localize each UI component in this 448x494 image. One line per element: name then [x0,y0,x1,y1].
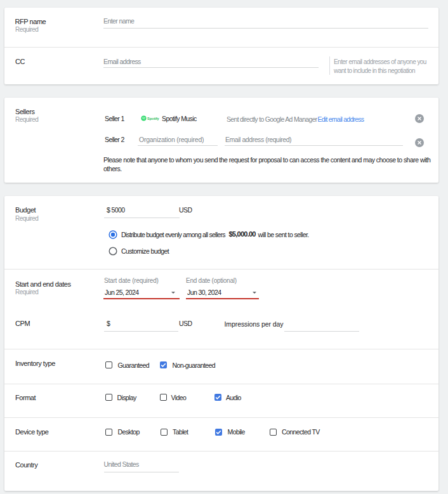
svg-text:Spotify: Spotify [147,117,160,120]
